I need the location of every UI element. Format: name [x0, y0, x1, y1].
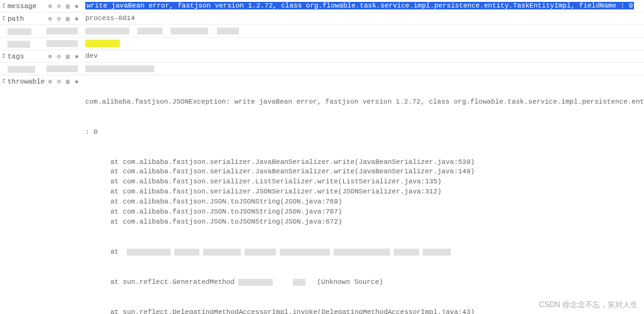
columns-icon[interactable]: ▥ — [64, 78, 71, 85]
stacktrace-line: at com.alibaba.fastjson.JSON.toJSONStrin… — [85, 197, 644, 207]
field-actions: ⊕ ⊖ ▥ ✱ — [46, 77, 85, 85]
zoom-out-icon[interactable]: ⊖ — [55, 15, 63, 23]
columns-icon[interactable]: ▥ — [64, 53, 71, 60]
type-letter: t — [0, 52, 8, 60]
zoom-in-icon[interactable]: ⊕ — [46, 78, 54, 85]
field-actions — [46, 65, 85, 72]
field-value-redacted — [85, 40, 644, 47]
zoom-in-icon[interactable]: ⊕ — [46, 53, 54, 60]
columns-icon[interactable]: ▥ — [64, 3, 71, 10]
field-actions: ⊕ ⊖ ▥ ✱ — [46, 14, 85, 23]
stacktrace-line: at com.alibaba.fastjson.JSON.toJSONStrin… — [85, 207, 644, 217]
exception-header: com.alibaba.fastjson.JSONException: writ… — [85, 97, 644, 107]
field-value-redacted — [85, 65, 644, 72]
field-name-redacted — [8, 65, 46, 73]
filter-icon[interactable]: ✱ — [73, 53, 80, 60]
field-name-path: path — [8, 14, 46, 23]
filter-icon[interactable]: ✱ — [73, 15, 80, 23]
zoom-out-icon[interactable]: ⊖ — [55, 53, 63, 60]
zoom-in-icon[interactable]: ⊕ — [46, 15, 54, 23]
field-actions — [46, 27, 85, 35]
zoom-in-icon[interactable]: ⊕ — [46, 3, 54, 10]
filter-icon[interactable]: ✱ — [73, 78, 80, 85]
field-name-message: message — [8, 2, 46, 10]
columns-icon[interactable]: ▥ — [64, 15, 71, 23]
field-row-redacted — [0, 63, 644, 75]
type-letter: t — [0, 2, 8, 9]
zoom-out-icon[interactable]: ⊖ — [55, 78, 63, 85]
field-row-throwable: t throwable ⊕ ⊖ ▥ ✱ com.alibaba.fastjson… — [0, 75, 644, 314]
field-value-throwable: com.alibaba.fastjson.JSONException: writ… — [85, 77, 644, 314]
field-name-redacted — [8, 40, 46, 48]
field-row-tags: t tags ⊕ ⊖ ▥ ✱ dev — [0, 50, 644, 63]
field-name-throwable: throwable — [8, 77, 46, 85]
stacktrace-line: at com.alibaba.fastjson.JSON.toJSONStrin… — [85, 217, 644, 227]
field-actions — [46, 40, 85, 47]
stacktrace-redacted-partial: at sun.reflect.GeneratedMethod (Unknown … — [85, 278, 644, 288]
field-value-message[interactable]: write javaBean error, fastjson version 1… — [85, 2, 644, 9]
field-name-tags: tags — [8, 52, 46, 60]
field-row-redacted — [0, 25, 644, 38]
type-letter: t — [0, 14, 8, 22]
field-name-redacted — [8, 27, 46, 35]
stacktrace-redacted: at — [85, 247, 644, 257]
field-actions: ⊕ ⊖ ▥ ✱ — [46, 2, 85, 10]
stacktrace-line: at com.alibaba.fastjson.serializer.JSONS… — [85, 187, 644, 197]
stacktrace-line: at com.alibaba.fastjson.serializer.JavaB… — [85, 167, 644, 177]
field-value-path: process-8014 — [85, 14, 644, 22]
field-row-message: t message ⊕ ⊖ ▥ ✱ write javaBean error, … — [0, 0, 644, 13]
zoom-out-icon[interactable]: ⊖ — [55, 3, 63, 10]
field-value-redacted — [85, 27, 644, 35]
watermark: CSDN @念念不忘，笑对人生 — [539, 300, 638, 310]
filter-icon[interactable]: ✱ — [73, 3, 80, 10]
stacktrace-line: at com.alibaba.fastjson.serializer.ListS… — [85, 177, 644, 187]
field-row-redacted-yellow — [0, 38, 644, 50]
field-actions: ⊕ ⊖ ▥ ✱ — [46, 52, 85, 60]
field-row-path: t path ⊕ ⊖ ▥ ✱ process-8014 — [0, 13, 644, 25]
field-value-tags: dev — [85, 52, 644, 60]
type-letter: t — [0, 77, 8, 85]
selected-text[interactable]: write javaBean error, fastjson version 1… — [85, 2, 634, 9]
stacktrace-line: at com.alibaba.fastjson.serializer.JavaB… — [85, 158, 644, 168]
exception-header2: : 0 — [85, 127, 644, 138]
